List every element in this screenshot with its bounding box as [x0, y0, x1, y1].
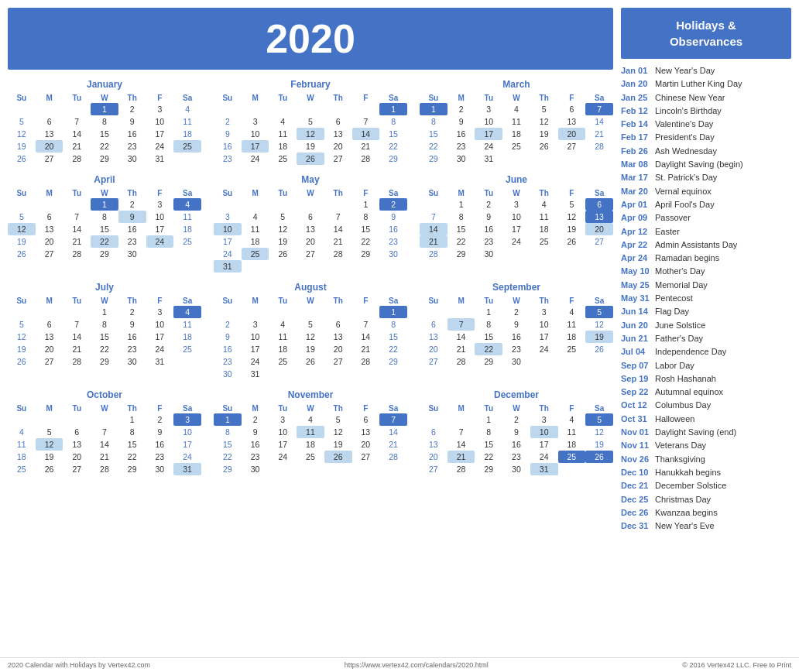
day-cell: 11	[242, 223, 269, 235]
day-cell: 15	[420, 128, 448, 140]
day-cell	[297, 260, 324, 273]
day-cell: 4	[173, 103, 201, 115]
day-cell: 8	[91, 318, 118, 331]
day-cell: 9	[214, 331, 242, 343]
day-cell: 14	[91, 438, 118, 451]
day-cell	[448, 413, 475, 426]
day-cell: 22	[379, 343, 407, 355]
list-item: Nov 26Thanksgiving	[621, 454, 791, 465]
day-cell: 24	[146, 140, 174, 153]
day-cell: 5	[558, 198, 586, 211]
day-cell: 19	[585, 331, 613, 343]
day-header: F	[352, 296, 380, 306]
day-header: Th	[530, 188, 558, 198]
day-header: Su	[420, 403, 448, 413]
holiday-name: Passover	[655, 212, 691, 223]
holiday-date: Nov 01	[621, 427, 650, 437]
day-header: Sa	[173, 403, 201, 413]
holiday-date: May 31	[621, 293, 650, 303]
day-cell: 14	[63, 223, 91, 235]
day-cell: 1	[379, 103, 407, 115]
day-header: Th	[324, 403, 352, 413]
day-cell: 5	[530, 103, 558, 115]
day-cell: 17	[530, 331, 558, 343]
day-cell	[324, 306, 352, 318]
day-cell: 29	[118, 463, 146, 475]
day-cell: 21	[91, 451, 118, 463]
list-item: Oct 31Halloween	[621, 413, 791, 424]
day-cell: 24	[242, 355, 269, 368]
day-cell: 23	[146, 451, 174, 463]
day-cell: 7	[379, 413, 407, 426]
day-cell	[324, 260, 352, 273]
holiday-name: President's Day	[655, 132, 715, 142]
month-table: SuMTuWThFSa12345678910111213141516171819…	[8, 93, 201, 165]
holiday-name: St. Patrick's Day	[655, 172, 717, 183]
month-table: SuMTuWThFSa12345678910111213141516171819…	[420, 403, 613, 475]
day-header: W	[502, 296, 530, 306]
day-cell: 12	[269, 223, 297, 235]
day-cell	[173, 153, 201, 165]
day-cell: 26	[530, 140, 558, 153]
day-cell: 27	[63, 463, 91, 475]
day-cell: 1	[475, 413, 502, 426]
day-cell: 22	[91, 343, 118, 355]
holiday-date: Apr 22	[621, 239, 650, 250]
day-cell: 10	[146, 211, 174, 223]
day-cell	[173, 248, 201, 260]
day-cell: 4	[173, 306, 201, 318]
day-cell: 26	[297, 355, 324, 368]
day-header: Th	[324, 93, 352, 103]
month-title: September	[420, 282, 613, 293]
day-header: Su	[214, 188, 242, 198]
day-cell: 18	[297, 438, 324, 451]
day-cell: 22	[475, 451, 502, 463]
day-cell	[502, 153, 530, 165]
day-header: Th	[530, 93, 558, 103]
day-cell: 12	[36, 438, 63, 451]
month-table: SuMTuWThFSa12345678910111213141516171819…	[8, 188, 201, 260]
day-cell: 13	[36, 223, 63, 235]
day-cell: 7	[448, 426, 475, 438]
day-header: Sa	[173, 93, 201, 103]
day-cell: 24	[146, 343, 174, 355]
day-cell	[63, 103, 91, 115]
day-cell: 27	[585, 235, 613, 248]
day-cell: 7	[585, 103, 613, 115]
day-cell: 28	[91, 463, 118, 475]
day-header: F	[558, 188, 586, 198]
day-header: Su	[214, 403, 242, 413]
day-cell: 22	[379, 140, 407, 153]
day-cell	[146, 248, 174, 260]
month-block: MarchSuMTuWThFSa123456789101112131415161…	[420, 79, 613, 165]
holiday-name: Vernal equinox	[655, 186, 712, 197]
holidays-list: Jan 01New Year's DayJan 20Martin Luther …	[621, 65, 791, 531]
months-grid: JanuarySuMTuWThFSa1234567891011121314151…	[8, 79, 613, 475]
holiday-date: Dec 25	[621, 494, 650, 505]
day-cell: 5	[585, 306, 613, 318]
day-cell: 14	[63, 128, 91, 140]
list-item: Dec 21December Solstice	[621, 480, 791, 491]
day-cell	[36, 198, 63, 211]
day-cell: 16	[379, 223, 407, 235]
list-item: Apr 24Ramadan begins	[621, 252, 791, 263]
day-cell: 1	[420, 103, 448, 115]
holiday-name: Mother's Day	[655, 266, 705, 276]
holiday-date: Dec 21	[621, 480, 650, 491]
day-header: W	[502, 93, 530, 103]
day-cell: 27	[36, 248, 63, 260]
day-cell: 10	[530, 318, 558, 331]
day-header: F	[352, 93, 380, 103]
holiday-name: Halloween	[655, 413, 694, 424]
list-item: Dec 25Christmas Day	[621, 494, 791, 505]
holiday-name: Flag Day	[655, 306, 689, 317]
day-cell	[324, 103, 352, 115]
holiday-date: Jun 14	[621, 306, 650, 317]
list-item: Feb 14Valentine's Day	[621, 118, 791, 129]
day-header: Su	[8, 188, 36, 198]
day-cell: 30	[379, 248, 407, 260]
day-cell: 2	[118, 103, 146, 115]
day-cell: 12	[585, 318, 613, 331]
day-cell: 13	[585, 211, 613, 223]
footer-left: 2020 Calendar with Holidays by Vertex42.…	[8, 661, 150, 669]
